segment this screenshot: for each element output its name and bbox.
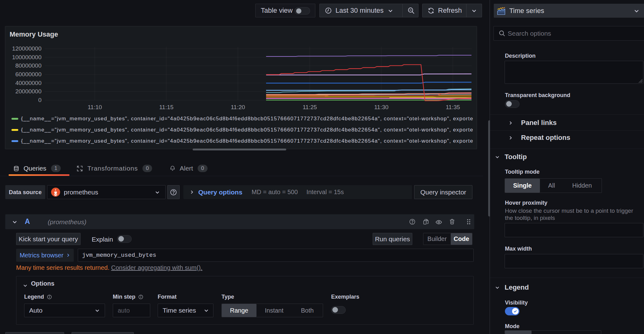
svg-text:11:15: 11:15 — [159, 104, 173, 110]
svg-text:11:25: 11:25 — [303, 104, 317, 110]
svg-text:100000000: 100000000 — [12, 54, 42, 60]
svg-text:80000000: 80000000 — [15, 62, 42, 69]
svg-text:11:35: 11:35 — [446, 104, 460, 110]
svg-text:11:10: 11:10 — [88, 104, 102, 110]
svg-text:120000000: 120000000 — [12, 45, 42, 52]
svg-text:11:30: 11:30 — [374, 104, 388, 110]
svg-text:0: 0 — [38, 97, 42, 103]
svg-text:60000000: 60000000 — [15, 71, 42, 78]
svg-text:40000000: 40000000 — [15, 80, 42, 86]
svg-text:11:20: 11:20 — [231, 104, 245, 110]
svg-text:20000000: 20000000 — [15, 88, 42, 95]
